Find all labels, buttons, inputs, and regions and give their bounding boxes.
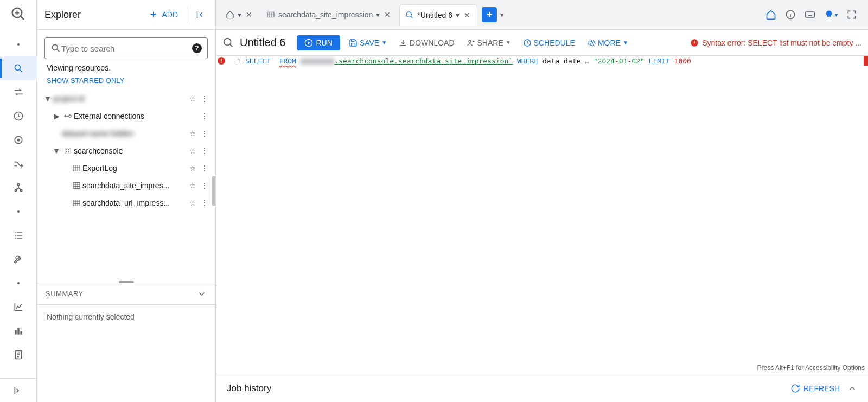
dataset-sc-label: searchconsole	[74, 146, 186, 155]
kebab-icon[interactable]: ⋮	[199, 181, 210, 190]
limit-number: 1000	[674, 57, 691, 65]
drag-handle-icon[interactable]	[119, 281, 134, 283]
error-gutter: !	[216, 56, 227, 374]
rail-history[interactable]	[0, 104, 37, 128]
kebab-icon[interactable]: ⋮	[199, 129, 210, 138]
transfer-icon	[13, 87, 24, 98]
pipeline-icon	[13, 158, 24, 169]
kebab-icon[interactable]: ⋮	[199, 94, 210, 103]
search-box[interactable]: ?	[44, 37, 208, 59]
tab-dropdown[interactable]: ▾	[456, 11, 459, 20]
share-button[interactable]: SHARE ▼	[463, 36, 514, 49]
project-row[interactable]: ▼ project-id ☆ ⋮	[40, 90, 212, 107]
tab-searchdata-site-impression[interactable]: searchdata_site_impression ▾ ✕	[261, 4, 397, 25]
star-icon[interactable]: ☆	[186, 94, 199, 103]
caret-right-icon[interactable]: ▶	[51, 112, 62, 120]
star-icon[interactable]: ☆	[186, 164, 199, 173]
dataset-icon	[62, 146, 74, 155]
tab-close[interactable]: ✕	[245, 10, 253, 19]
dataset-row-hidden[interactable]: dataset-name-hidden ☆ ⋮	[40, 125, 212, 142]
rail-target[interactable]	[0, 128, 37, 152]
error-dot-icon[interactable]: !	[218, 57, 225, 65]
star-icon[interactable]: ☆	[186, 146, 199, 155]
rail-expand[interactable]	[0, 378, 37, 402]
rail-bars[interactable]	[0, 319, 37, 343]
search-input[interactable]	[61, 44, 192, 53]
svg-rect-10	[20, 331, 22, 335]
kebab-icon[interactable]: ⋮	[199, 146, 210, 155]
chevron-down-icon[interactable]: ▼	[623, 40, 628, 46]
tab-dropdown[interactable]: ▾	[238, 10, 241, 19]
rail-list[interactable]	[0, 224, 37, 247]
lightbulb-icon[interactable]: ▾	[824, 10, 838, 20]
star-icon[interactable]: ☆	[186, 181, 199, 190]
new-tab-dropdown[interactable]: ▾	[500, 11, 504, 19]
eq: =	[585, 57, 589, 65]
table-url-impression-row[interactable]: searchdata_url_impress... ☆ ⋮	[40, 194, 212, 212]
chevron-down-icon[interactable]	[197, 289, 207, 299]
star-icon[interactable]: ☆	[186, 199, 199, 207]
project-label: project-id	[53, 94, 186, 103]
gear-icon	[587, 39, 596, 47]
run-button[interactable]: RUN	[297, 35, 340, 50]
caret-down-icon[interactable]: ▼	[51, 146, 62, 155]
rail-pipeline[interactable]	[0, 152, 37, 176]
tree-scrollbar[interactable]	[212, 176, 215, 206]
download-button[interactable]: DOWNLOAD	[395, 36, 457, 49]
dataset-searchconsole-row[interactable]: ▼ searchconsole ☆ ⋮	[40, 142, 212, 159]
kebab-icon[interactable]: ⋮	[199, 112, 210, 120]
table-exportlog-row[interactable]: ExportLog ☆ ⋮	[40, 159, 212, 177]
tab-close[interactable]: ✕	[463, 11, 471, 20]
more-button[interactable]: MORE ▼	[584, 36, 631, 49]
table-site-impression-row[interactable]: searchdata_site_impres... ☆ ⋮	[40, 177, 212, 194]
schedule-icon	[523, 39, 532, 47]
tab-close[interactable]: ✕	[383, 10, 392, 19]
rail-search[interactable]	[0, 56, 37, 80]
chevron-up-icon[interactable]	[847, 384, 857, 393]
chevron-down-icon[interactable]: ▼	[381, 40, 387, 46]
rail-doc[interactable]	[0, 343, 37, 367]
svg-point-13	[69, 115, 71, 117]
rail-chart[interactable]	[0, 295, 37, 319]
new-tab-button[interactable]	[482, 7, 497, 22]
table-label: searchdata_url_impress...	[82, 199, 186, 207]
star-icon[interactable]: ☆	[186, 129, 199, 138]
home-outline-icon[interactable]	[765, 9, 776, 20]
tab-untitled-6[interactable]: *Untitled 6 ▾ ✕	[399, 4, 477, 26]
rail-dot-2[interactable]	[0, 200, 37, 224]
rail-dot-1[interactable]	[0, 33, 37, 56]
refresh-button[interactable]: REFRESH	[790, 384, 840, 393]
chevron-down-icon[interactable]: ▼	[506, 40, 511, 46]
show-starred-link[interactable]: SHOW STARRED ONLY	[37, 75, 215, 90]
external-connections-row[interactable]: ▶ External connections ⋮	[40, 107, 212, 125]
keyboard-icon[interactable]	[805, 9, 815, 20]
download-icon	[399, 39, 407, 47]
caret-down-icon[interactable]: ▼	[42, 94, 53, 103]
bigquery-logo-icon	[9, 4, 28, 24]
rail-wrench[interactable]	[0, 247, 37, 271]
svg-point-5	[17, 184, 19, 186]
add-button[interactable]: ADD	[144, 7, 182, 23]
kebab-icon[interactable]: ⋮	[199, 199, 210, 207]
search-help-icon[interactable]: ?	[192, 43, 202, 53]
info-icon[interactable]	[785, 9, 796, 20]
target-icon	[13, 135, 24, 145]
collapse-explorer-button[interactable]	[187, 7, 208, 23]
sql-editor[interactable]: ! 1 SELECT FROM xxxxxxxx.searchconsole.s…	[216, 56, 868, 374]
fullscreen-icon[interactable]	[846, 9, 857, 20]
svg-point-18	[68, 151, 69, 152]
error-text: Syntax error: SELECT list must not be em…	[702, 39, 861, 47]
summary-bar[interactable]: SUMMARY	[37, 283, 215, 304]
rail-lineage[interactable]	[0, 176, 37, 200]
tab-home[interactable]: ▾ ✕	[220, 4, 259, 25]
tab-dropdown[interactable]: ▾	[376, 10, 380, 19]
plus-icon	[485, 10, 494, 19]
line-number-gutter: 1	[227, 56, 245, 374]
rail-dot-3[interactable]	[0, 271, 37, 295]
error-marker[interactable]	[864, 56, 868, 66]
schedule-button[interactable]: SCHEDULE	[520, 36, 578, 49]
save-button[interactable]: SAVE ▼	[346, 36, 390, 49]
code-area[interactable]: SELECT FROM xxxxxxxx.searchconsole.searc…	[245, 56, 868, 374]
kebab-icon[interactable]: ⋮	[199, 164, 210, 173]
rail-transfers[interactable]	[0, 80, 37, 104]
